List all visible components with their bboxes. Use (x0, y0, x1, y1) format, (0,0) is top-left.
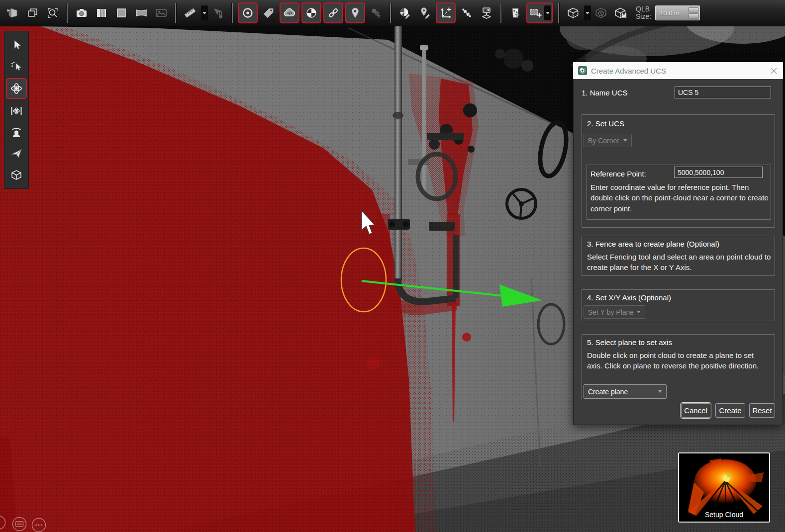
qlb-size-field[interactable] (655, 5, 700, 20)
reference-point-input[interactable] (674, 167, 763, 178)
set-ucs-label: 2. Set UCS (587, 119, 624, 128)
look-around-tool-button[interactable] (5, 121, 27, 143)
duplicate-view-button[interactable] (23, 2, 43, 24)
cube-history-button[interactable] (591, 2, 611, 24)
sphere-edit-button[interactable] (395, 2, 415, 24)
close-button[interactable] (769, 66, 778, 75)
rod-tool-button[interactable] (457, 2, 477, 24)
screenshot-camera-button[interactable] (72, 2, 92, 24)
create-advanced-ucs-dialog: Create Advanced UCS 1. Name UCS 2. Set U… (573, 62, 783, 425)
fly-tool-button[interactable] (5, 143, 27, 164)
measure-ruler-button[interactable] (180, 2, 200, 24)
dialog-title: Create Advanced UCS (591, 67, 769, 75)
chevron-down-icon (623, 139, 627, 142)
pin-edit-button[interactable] (415, 2, 435, 24)
qlb-size-stepper[interactable] (688, 7, 698, 18)
qlb-size-input[interactable] (656, 9, 688, 17)
chevron-down-icon (637, 311, 641, 313)
set-ucs-groupbox: 2. Set UCS By Corner Reference Point: En… (582, 114, 775, 228)
reference-point-label: Reference Point: (590, 170, 646, 178)
select-plane-groupbox: 5. Select plane to set axis Double click… (582, 334, 775, 401)
constrained-orbit-tool-button[interactable] (5, 100, 27, 121)
select-plane-label: 5. Select plane to set axis (587, 338, 672, 347)
set-axis-groupbox: 4. Set X/Y Axis (Optional) Set Y by Plan… (582, 289, 775, 321)
orbit-tool-button[interactable] (6, 78, 27, 99)
rect-selection-button[interactable] (526, 2, 553, 23)
create-plane-dropdown[interactable]: Create plane (584, 384, 667, 399)
name-ucs-input[interactable] (675, 87, 771, 98)
close-icon (771, 68, 777, 74)
set-axis-dropdown-value: Set Y by Plane (588, 308, 634, 316)
set-ucs-dropdown-value: By Corner (588, 137, 619, 145)
rect-selection-dropdown[interactable] (544, 5, 551, 20)
main-toolbar: M QLB Size: (0, 0, 785, 26)
reference-point-instructions: Enter coordinate value for reference poi… (590, 182, 769, 214)
chevron-down-icon (658, 390, 662, 393)
dialog-body: 1. Name UCS 2. Set UCS By Corner Referen… (573, 79, 783, 425)
select-similar-tool-button[interactable] (5, 56, 27, 77)
setup-cloud-label: Setup Cloud (679, 511, 769, 519)
fence-label: 3. Fence area to create plane (Optional) (587, 240, 719, 248)
cube-m-letter: M (621, 12, 627, 19)
reset-button[interactable]: Reset (749, 403, 775, 418)
qlb-size-control: QLB Size: (636, 5, 700, 20)
name-ucs-label: 1. Name UCS (582, 89, 628, 97)
set-axis-label: 4. Set X/Y Axis (Optional) (587, 293, 671, 302)
dialog-title-bar[interactable]: Create Advanced UCS (573, 62, 783, 79)
dialog-app-icon (578, 66, 587, 75)
cube-wireframe-dropdown[interactable] (584, 5, 591, 20)
tag-button[interactable] (259, 2, 279, 24)
navigation-sidebar (4, 31, 29, 189)
cancel-button[interactable]: Cancel (681, 403, 710, 418)
panorama-view-button[interactable] (131, 2, 151, 24)
image-view-button[interactable] (151, 2, 171, 24)
pencil-icon (425, 14, 430, 19)
zoom-selection-button[interactable] (43, 2, 63, 24)
fence-groupbox: 3. Fence area to create plane (Optional)… (582, 236, 775, 276)
cube-wireframe-button[interactable] (563, 2, 583, 24)
split-view-button[interactable] (92, 2, 111, 24)
cube-m-button[interactable]: M (611, 2, 631, 24)
people-filter-button[interactable] (366, 2, 386, 24)
screen-plan-button[interactable] (477, 2, 496, 24)
view-cube-tool-button[interactable] (5, 164, 27, 185)
measure-ruler-dropdown[interactable] (201, 5, 208, 20)
person-filter-button[interactable] (505, 2, 525, 24)
select-tool-button[interactable] (5, 34, 27, 56)
select-plane-instructions: Double click on point cloud to create a … (587, 350, 770, 371)
target-circle-button[interactable] (238, 2, 258, 23)
set-ucs-dropdown[interactable]: By Corner (584, 134, 632, 147)
clipping-sphere-button[interactable] (301, 2, 321, 23)
set-axis-dropdown[interactable]: Set Y by Plane (584, 305, 645, 319)
qlb-size-label: QLB Size: (636, 5, 651, 20)
setup-cloud-thumbnail[interactable]: Setup Cloud (678, 452, 770, 523)
create-button[interactable]: Create (715, 403, 745, 418)
reference-point-groupbox: Reference Point: Enter coordinate value … (587, 165, 771, 220)
solid-view-button[interactable] (111, 2, 131, 24)
pick-temperature-button[interactable] (208, 2, 228, 24)
axis-create-button[interactable] (436, 2, 456, 23)
create-plane-dropdown-value: Create plane (588, 388, 628, 396)
link-marker-button[interactable] (323, 2, 343, 23)
scan-view-button[interactable] (3, 2, 23, 24)
fence-instructions: Select Fencing tool and select an area o… (587, 252, 771, 273)
location-pin-button[interactable] (345, 2, 365, 23)
point-cloud-button[interactable] (280, 2, 299, 23)
